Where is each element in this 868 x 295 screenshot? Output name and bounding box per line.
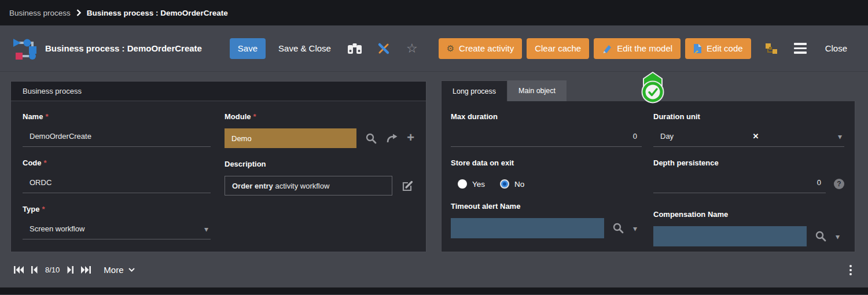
business-process-logo-icon xyxy=(12,36,37,61)
save-and-close-button[interactable]: Save & Close xyxy=(278,43,331,53)
description-label: Description xyxy=(225,160,414,168)
radio-option-yes[interactable]: Yes xyxy=(458,179,485,189)
duration-unit-value: Day xyxy=(660,132,674,141)
name-field[interactable]: DemoOrderCreate xyxy=(23,128,211,147)
pagination: 8/10 xyxy=(14,266,91,274)
breadcrumb-current: Business process : DemoOrderCreate xyxy=(87,9,228,17)
module-input[interactable] xyxy=(225,128,356,148)
tab-long-process[interactable]: Long process xyxy=(441,80,507,101)
breadcrumb-parent-link[interactable]: Business process xyxy=(9,9,71,17)
timeout-alert-label: Timeout alert Name xyxy=(451,202,642,211)
favorite-star-icon[interactable]: ☆ xyxy=(406,42,418,55)
chevron-down-icon[interactable]: ▾ xyxy=(836,233,840,241)
kebab-menu-icon[interactable] xyxy=(847,263,854,278)
compensation-input[interactable] xyxy=(653,226,807,246)
max-duration-field[interactable]: 0 xyxy=(451,128,642,147)
header-toolbar: Business process : DemoOrderCreate Save … xyxy=(0,25,868,72)
duration-unit-select[interactable]: Day ✕ ▾ xyxy=(653,128,844,147)
clear-icon[interactable]: ✕ xyxy=(753,132,759,141)
search-icon[interactable] xyxy=(613,223,624,234)
chevron-down-icon: ▾ xyxy=(204,225,208,233)
breadcrumb: Business process Business process : Demo… xyxy=(0,0,868,25)
search-binoculars-icon[interactable] xyxy=(347,43,362,54)
max-duration-value: 0 xyxy=(633,132,637,141)
type-label: Type* xyxy=(23,205,211,213)
radio-no-label: No xyxy=(514,180,524,189)
depth-persistence-label: Depth persistence xyxy=(653,158,844,167)
edit-code-label: Edit code xyxy=(707,43,743,53)
radio-yes-label: Yes xyxy=(472,180,485,189)
chevron-down-icon xyxy=(128,268,135,272)
compensation-label: Compensation Name xyxy=(653,210,844,219)
store-data-on-exit-label: Store data on exit xyxy=(451,158,642,167)
required-marker: * xyxy=(253,112,256,121)
add-icon[interactable]: + xyxy=(407,131,414,144)
create-activity-label: Create activity xyxy=(459,43,514,53)
description-field[interactable]: Order entry activity workflow xyxy=(225,176,392,196)
required-marker: * xyxy=(44,158,47,167)
business-process-panel: Business process Name* DemoOrderCreate C… xyxy=(10,81,426,252)
type-value: Screen workflow xyxy=(30,224,84,233)
timeout-alert-input[interactable] xyxy=(451,218,604,238)
footer-bar: 8/10 More xyxy=(0,252,868,287)
type-select[interactable]: Screen workflow ▾ xyxy=(23,221,211,239)
store-data-radio-group: Yes No xyxy=(451,175,642,189)
edit-model-label: Edit the model xyxy=(617,43,672,53)
code-file-icon xyxy=(693,43,702,54)
edit-model-button[interactable]: Edit the model xyxy=(594,38,681,59)
code-label: Code* xyxy=(23,158,211,167)
main-content: Business process Name* DemoOrderCreate C… xyxy=(0,72,868,287)
depth-persistence-value: 0 xyxy=(817,178,821,187)
bottom-strip xyxy=(0,287,868,294)
duration-unit-label: Duration unit xyxy=(653,112,844,121)
left-panel-title: Business process xyxy=(11,82,426,101)
required-marker: * xyxy=(45,112,48,121)
search-icon[interactable] xyxy=(366,133,377,144)
next-page-icon[interactable] xyxy=(67,266,73,274)
name-value: DemoOrderCreate xyxy=(30,132,91,141)
long-process-panel: Long process Main object Max duration 0 xyxy=(441,80,855,252)
help-icon[interactable]: ? xyxy=(834,179,844,189)
radio-yes-icon[interactable] xyxy=(458,179,467,189)
module-label: Module* xyxy=(225,112,414,121)
close-button[interactable]: Close xyxy=(825,43,847,53)
description-value-rest: activity workflow xyxy=(273,182,330,190)
create-activity-button[interactable]: ⚙ Create activity xyxy=(439,38,523,59)
menu-hamburger-icon[interactable] xyxy=(794,43,807,54)
page-indicator: 8/10 xyxy=(45,266,60,274)
breadcrumb-chevron-icon xyxy=(76,9,81,16)
save-button[interactable]: Save xyxy=(230,38,266,59)
previous-page-icon[interactable] xyxy=(31,266,38,274)
edit-pencil-icon[interactable] xyxy=(402,180,414,192)
clear-cache-button[interactable]: Clear cache xyxy=(527,38,589,59)
search-icon[interactable] xyxy=(815,231,826,242)
more-dropdown[interactable]: More xyxy=(104,265,134,275)
tab-main-object[interactable]: Main object xyxy=(507,80,567,101)
page-title: Business process : DemoOrderCreate xyxy=(45,43,202,53)
radio-no-icon[interactable] xyxy=(500,179,509,189)
valid-check-badge-icon xyxy=(639,71,666,104)
code-field[interactable]: ORDC xyxy=(23,175,211,193)
hierarchy-tree-icon[interactable] xyxy=(765,43,778,54)
more-label: More xyxy=(104,265,123,275)
required-marker: * xyxy=(42,205,45,213)
chevron-down-icon[interactable]: ▾ xyxy=(633,224,637,233)
clear-cache-label: Clear cache xyxy=(535,43,581,53)
radio-option-no[interactable]: No xyxy=(500,179,524,189)
open-reference-arrow-icon[interactable] xyxy=(386,134,398,143)
name-label: Name* xyxy=(23,112,211,121)
tab-long-process-label: Long process xyxy=(453,87,496,95)
first-page-icon[interactable] xyxy=(14,266,24,274)
description-value-bold: Order entry xyxy=(232,182,273,190)
tab-main-object-label: Main object xyxy=(518,87,556,95)
max-duration-label: Max duration xyxy=(451,112,642,121)
model-pen-icon xyxy=(602,44,612,53)
gear-icon: ⚙ xyxy=(447,44,454,53)
crossed-tools-icon[interactable] xyxy=(377,42,390,55)
chevron-down-icon[interactable]: ▾ xyxy=(838,132,842,141)
depth-persistence-field[interactable]: 0 xyxy=(653,175,826,193)
edit-code-button[interactable]: Edit code xyxy=(685,38,751,59)
last-page-icon[interactable] xyxy=(81,266,91,274)
code-value: ORDC xyxy=(30,178,52,187)
